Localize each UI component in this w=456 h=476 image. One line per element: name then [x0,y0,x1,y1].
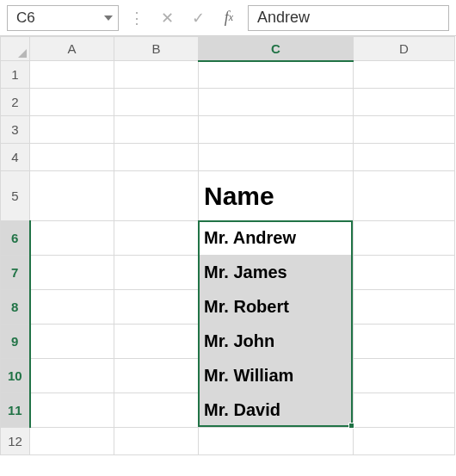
row-header-8[interactable]: 8 [1,290,30,325]
cell-B2[interactable] [114,89,199,116]
cell-C4[interactable] [199,144,354,171]
cell-B1[interactable] [114,61,199,89]
formula-input[interactable]: Andrew [248,5,449,31]
cell-C7[interactable]: Mr. James [199,256,354,290]
cell-B9[interactable] [114,325,199,359]
cell-D3[interactable] [354,116,455,144]
row-header-3[interactable]: 3 [1,116,30,144]
divider-icon: ⋮ [126,9,148,28]
row-header-10[interactable]: 10 [1,359,30,393]
cell-B8[interactable] [114,290,199,325]
cell-A7[interactable] [30,256,114,290]
cell-D12[interactable] [354,428,455,455]
accept-icon[interactable]: ✓ [186,6,210,30]
cell-D10[interactable] [354,359,455,393]
cell-D6[interactable] [354,221,455,256]
cell-B3[interactable] [114,116,199,144]
fx-icon[interactable]: fx [217,6,241,30]
cell-D9[interactable] [354,325,455,359]
row-header-6[interactable]: 6 [1,221,30,256]
cell-B6[interactable] [114,221,199,256]
select-all-corner[interactable] [1,37,30,61]
cell-A10[interactable] [30,359,114,393]
cell-A11[interactable] [30,393,114,428]
cell-C6[interactable]: Mr. Andrew [199,221,354,256]
cell-A6[interactable] [30,221,114,256]
cell-A8[interactable] [30,290,114,325]
name-box[interactable]: C6 [7,5,119,31]
cell-C8[interactable]: Mr. Robert [199,290,354,325]
cell-A4[interactable] [30,144,114,171]
row-header-9[interactable]: 9 [1,325,30,359]
cell-C3[interactable] [199,116,354,144]
cell-B10[interactable] [114,359,199,393]
chevron-down-icon [104,15,113,21]
name-box-value: C6 [16,9,35,27]
cell-D8[interactable] [354,290,455,325]
cell-B11[interactable] [114,393,199,428]
cell-C2[interactable] [199,89,354,116]
row-header-11[interactable]: 11 [1,393,30,428]
row-header-1[interactable]: 1 [1,61,30,89]
cell-B12[interactable] [114,428,199,455]
cell-C12[interactable] [199,428,354,455]
formula-bar: C6 ⋮ ✕ ✓ fx Andrew [0,0,456,36]
cell-C1[interactable] [199,61,354,89]
cell-B5[interactable] [114,171,199,221]
col-header-B[interactable]: B [114,37,199,61]
formula-input-value: Andrew [257,9,310,27]
row-header-2[interactable]: 2 [1,89,30,116]
cell-C11[interactable]: Mr. David [199,393,354,428]
col-header-A[interactable]: A [30,37,114,61]
row-header-5[interactable]: 5 [1,171,30,221]
col-header-C[interactable]: C [199,37,354,61]
cell-A5[interactable] [30,171,114,221]
row-header-4[interactable]: 4 [1,144,30,171]
cell-C9[interactable]: Mr. John [199,325,354,359]
row-header-7[interactable]: 7 [1,256,30,290]
cell-B4[interactable] [114,144,199,171]
col-header-D[interactable]: D [354,37,455,61]
row-header-12[interactable]: 12 [1,428,30,455]
cell-D4[interactable] [354,144,455,171]
cell-A12[interactable] [30,428,114,455]
cell-D11[interactable] [354,393,455,428]
cell-D7[interactable] [354,256,455,290]
cell-D2[interactable] [354,89,455,116]
cell-B7[interactable] [114,256,199,290]
cell-A9[interactable] [30,325,114,359]
cancel-icon[interactable]: ✕ [155,6,179,30]
cell-C5[interactable]: Name [199,171,354,221]
cell-A3[interactable] [30,116,114,144]
cell-A2[interactable] [30,89,114,116]
cell-C10[interactable]: Mr. William [199,359,354,393]
cell-D5[interactable] [354,171,455,221]
spreadsheet-grid[interactable]: ABCD12345Name6Mr. Andrew7Mr. James8Mr. R… [0,36,456,455]
cell-A1[interactable] [30,61,114,89]
cell-D1[interactable] [354,61,455,89]
